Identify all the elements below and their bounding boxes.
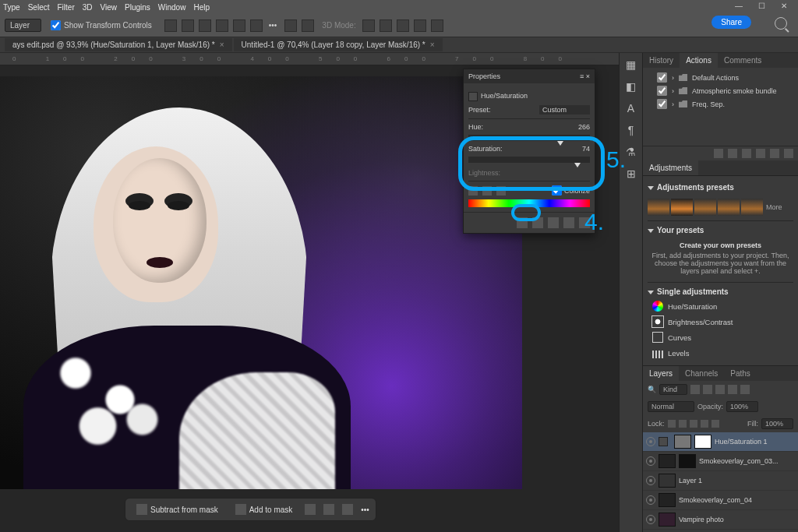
- share-button[interactable]: Share: [711, 16, 751, 29]
- view-previous-icon[interactable]: [532, 217, 543, 228]
- visibility-icon[interactable]: [646, 476, 655, 485]
- actions-newset-icon[interactable]: [756, 149, 765, 158]
- mode3d-icon[interactable]: [362, 19, 375, 32]
- action-toggle[interactable]: [657, 72, 667, 83]
- layer-name[interactable]: Smokeoverlay_com_04: [679, 496, 752, 504]
- blend-mode-dropdown[interactable]: Normal: [648, 401, 694, 412]
- panel-menu-icon[interactable]: ≡ ×: [580, 72, 590, 80]
- action-toggle[interactable]: [657, 86, 667, 96]
- taskbar-icon[interactable]: [342, 504, 353, 515]
- character-icon[interactable]: A: [624, 101, 638, 115]
- menu-3d[interactable]: 3D: [83, 3, 93, 12]
- presets-more-button[interactable]: More: [766, 203, 782, 211]
- lock-icon[interactable]: [701, 420, 708, 428]
- tab-layers[interactable]: Layers: [643, 366, 679, 381]
- layer-row[interactable]: Vampire photo: [643, 510, 798, 530]
- tab-comments[interactable]: Comments: [718, 53, 768, 68]
- layer-row[interactable]: Smokeoverlay_com_03...: [643, 452, 798, 471]
- colorize-checkbox[interactable]: Colorize: [552, 185, 590, 196]
- filter-icon[interactable]: [728, 385, 737, 394]
- action-toggle[interactable]: [657, 99, 667, 109]
- preset-thumb[interactable]: [671, 199, 693, 216]
- layer-thumb[interactable]: [659, 513, 676, 527]
- eyedropper-add-icon[interactable]: [482, 186, 492, 196]
- properties-panel[interactable]: Properties≡ × Hue/Saturation Preset:Cust…: [463, 69, 595, 234]
- mode3d-icon[interactable]: [414, 19, 426, 32]
- layer-row[interactable]: Hue/Saturation 1: [643, 432, 798, 452]
- doc-tab[interactable]: ays edit.psd @ 93,9% (Hue/Saturation 1, …: [5, 38, 232, 51]
- lock-icon[interactable]: [711, 420, 719, 428]
- layer-thumb[interactable]: [659, 454, 676, 468]
- doc-tab[interactable]: Untitled-1 @ 70,4% (Layer 18 copy, Layer…: [234, 38, 443, 51]
- distribute-icon[interactable]: [302, 19, 314, 32]
- taskbar-icon[interactable]: [305, 504, 316, 515]
- libraries-icon[interactable]: ⊞: [624, 167, 638, 181]
- actions-play-icon[interactable]: [742, 149, 751, 158]
- tab-actions[interactable]: Actions: [680, 53, 718, 68]
- layer-name[interactable]: Hue/Saturation 1: [715, 438, 768, 446]
- show-transform-input[interactable]: [51, 20, 61, 30]
- filter-icon[interactable]: [740, 385, 750, 394]
- action-row[interactable]: ›Freq. Sep.: [648, 97, 793, 111]
- slider-handle-icon[interactable]: [574, 163, 581, 167]
- menu-window[interactable]: Window: [158, 3, 186, 12]
- layer-name[interactable]: Smokeoverlay_com_03...: [699, 457, 779, 465]
- close-icon[interactable]: ×: [220, 41, 224, 49]
- show-transform-checkbox[interactable]: Show Transform Controls: [51, 20, 152, 30]
- filter-icon[interactable]: [690, 385, 700, 394]
- lock-icon[interactable]: [668, 420, 676, 428]
- actions-record-icon[interactable]: [728, 149, 737, 158]
- filter-icon[interactable]: [703, 385, 712, 394]
- menu-filter[interactable]: Filter: [57, 3, 74, 12]
- subtract-from-mask-button[interactable]: Subtract from mask: [132, 502, 223, 516]
- preset-thumb[interactable]: [648, 199, 669, 216]
- single-adjustments-header[interactable]: Single adjustments: [648, 285, 793, 298]
- fill-value[interactable]: 100%: [761, 418, 793, 429]
- preset-thumb[interactable]: [741, 199, 763, 216]
- filter-icon[interactable]: [715, 385, 725, 394]
- layer-row[interactable]: Layer 1: [643, 471, 798, 491]
- menu-view[interactable]: View: [101, 3, 118, 12]
- window-restore-icon[interactable]: ☐: [758, 2, 765, 10]
- hue-value[interactable]: 266: [578, 123, 590, 131]
- menu-select[interactable]: Select: [28, 3, 50, 12]
- layer-mask-thumb[interactable]: [679, 454, 696, 468]
- layer-name[interactable]: Layer 1: [679, 477, 702, 484]
- preset-thumb[interactable]: [694, 199, 716, 216]
- clip-to-layer-icon[interactable]: [517, 217, 528, 228]
- visibility-icon[interactable]: [646, 456, 655, 466]
- slider-handle-icon[interactable]: [557, 141, 563, 146]
- preset-dropdown[interactable]: Custom: [539, 105, 590, 115]
- single-adj-levels[interactable]: Levels: [648, 345, 793, 361]
- window-close-icon[interactable]: ✕: [781, 2, 787, 10]
- align-icon[interactable]: [164, 19, 177, 32]
- layer-thumb[interactable]: [674, 435, 691, 449]
- align-icon[interactable]: [182, 19, 194, 32]
- window-minimize-icon[interactable]: —: [735, 2, 743, 10]
- hue-slider[interactable]: [468, 135, 590, 141]
- layer-thumb[interactable]: [659, 493, 676, 507]
- layer-name[interactable]: Vampire photo: [679, 516, 724, 523]
- your-presets-header[interactable]: Your presets: [648, 224, 793, 237]
- lock-icon[interactable]: [690, 420, 697, 428]
- preset-thumb[interactable]: [718, 199, 740, 216]
- align-icon[interactable]: [250, 19, 263, 32]
- action-row[interactable]: ›Default Actions: [648, 71, 793, 84]
- actions-stop-icon[interactable]: [714, 149, 723, 158]
- color-icon[interactable]: ◧: [624, 79, 638, 93]
- actions-new-icon[interactable]: [770, 149, 779, 158]
- layer-row[interactable]: Smokeoverlay_com_04: [643, 491, 798, 510]
- tab-paths[interactable]: Paths: [724, 366, 757, 381]
- menu-plugins[interactable]: Plugins: [125, 3, 150, 12]
- layer-mask-thumb[interactable]: [694, 435, 711, 449]
- tab-adjustments[interactable]: Adjustments: [643, 160, 698, 175]
- search-icon[interactable]: [775, 17, 787, 30]
- paragraph-icon[interactable]: ¶: [624, 123, 638, 137]
- document-canvas[interactable]: [0, 76, 522, 489]
- menu-type[interactable]: Type: [3, 3, 20, 12]
- mode3d-icon[interactable]: [397, 19, 409, 32]
- visibility-icon[interactable]: [646, 437, 655, 446]
- align-icon[interactable]: [199, 19, 211, 32]
- single-adj-curves[interactable]: Curves: [648, 329, 793, 345]
- close-icon[interactable]: ×: [430, 41, 435, 49]
